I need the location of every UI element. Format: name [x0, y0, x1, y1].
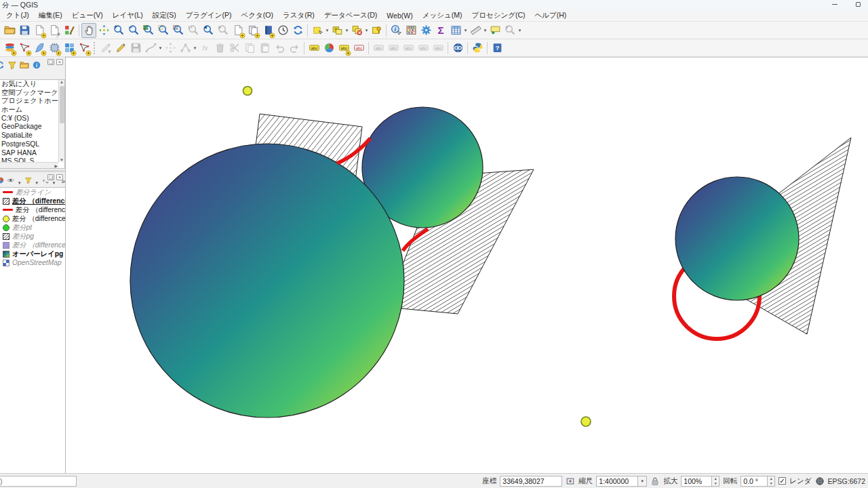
restore-button[interactable]: [854, 1, 863, 8]
zoom-in-icon[interactable]: +: [111, 23, 126, 38]
crs-status[interactable]: EPSG:6672: [828, 477, 865, 485]
browser-item-postgresql[interactable]: PostgreSQL: [0, 140, 64, 149]
filter-browser-icon[interactable]: [7, 60, 17, 70]
statistics-icon[interactable]: [403, 23, 418, 38]
menu-mesh[interactable]: メッシュ(M): [418, 10, 467, 21]
save-layer-edits-icon[interactable]: [128, 41, 143, 56]
select-features-icon[interactable]: [310, 23, 325, 38]
browser-close-icon[interactable]: ×: [56, 59, 63, 65]
layer-row[interactable]: OpenStreetMap: [0, 258, 65, 267]
rotation-input[interactable]: [741, 476, 768, 487]
nominatim-search-icon[interactable]: ●: [502, 23, 517, 38]
select-by-location-icon[interactable]: [369, 23, 384, 38]
layers-close-icon[interactable]: ×: [56, 174, 63, 180]
browser-item-project-home[interactable]: プロジェクトホーム: [0, 97, 64, 106]
layer-row[interactable]: オーバーレイpg: [0, 249, 65, 258]
layer-styling-icon[interactable]: [321, 41, 336, 56]
map-tips-icon[interactable]: [488, 23, 502, 38]
menu-project[interactable]: クト(J): [1, 10, 34, 21]
bookmark-manager-icon[interactable]: [260, 23, 275, 38]
new-print-layout-icon[interactable]: [32, 23, 47, 38]
delete-selected-icon[interactable]: [212, 41, 227, 56]
label-properties-icon[interactable]: [431, 41, 446, 56]
open-layer-styling-icon[interactable]: [0, 176, 4, 185]
menu-settings[interactable]: 設定(S): [148, 10, 181, 21]
rotation-spin-icons[interactable]: ▲▼: [768, 476, 775, 487]
deselect-dropdown[interactable]: ▼: [364, 23, 369, 38]
attribute-table-icon[interactable]: [448, 23, 463, 38]
browser-horizontal-scrollbar[interactable]: ▶: [0, 162, 58, 168]
toggle-editing-icon[interactable]: [113, 41, 128, 56]
data-source-manager-icon[interactable]: [2, 41, 17, 56]
refresh-icon[interactable]: [0, 60, 5, 70]
cut-features-icon[interactable]: [227, 41, 242, 56]
zoom-next-icon[interactable]: ▶: [216, 23, 231, 38]
rotation-spinbox[interactable]: ▲▼: [741, 476, 775, 487]
magnifier-spinbox[interactable]: ▲▼: [681, 476, 719, 487]
label-pin-icon[interactable]: [336, 41, 351, 56]
temporal-controller-icon[interactable]: [275, 23, 290, 38]
lock-scale-icon[interactable]: [650, 476, 660, 486]
vertex-dropdown[interactable]: ▼: [193, 41, 197, 56]
new-bookmark-icon[interactable]: [231, 23, 245, 38]
measure-dropdown[interactable]: ▼: [483, 23, 488, 38]
layer-row[interactable]: 差分pt: [0, 223, 65, 232]
add-favorite-icon[interactable]: [20, 60, 29, 70]
pan-map-icon[interactable]: [81, 23, 96, 38]
refresh-map-icon[interactable]: [290, 23, 305, 38]
undo-icon[interactable]: [272, 41, 287, 56]
browser-item-favorites[interactable]: お気に入り: [0, 80, 64, 89]
filter-legend-icon[interactable]: [24, 176, 32, 185]
zoom-out-icon[interactable]: −: [126, 23, 141, 38]
browser-item-geopackage[interactable]: GeoPackage: [0, 123, 64, 131]
new-memory-layer-icon[interactable]: [77, 41, 92, 56]
browser-item-sap-hana[interactable]: SAP HANA: [0, 149, 64, 158]
statistical-summary-icon[interactable]: Σ: [433, 23, 448, 38]
menu-edit[interactable]: 編集(E): [34, 10, 67, 21]
pan-to-selection-icon[interactable]: [96, 23, 111, 38]
measure-icon[interactable]: [468, 23, 483, 38]
render-checkbox[interactable]: ✓: [778, 477, 786, 485]
layout-manager-icon[interactable]: [47, 23, 62, 38]
select-features-dropdown[interactable]: ▼: [325, 23, 330, 38]
search-dropdown[interactable]: ▼: [517, 23, 522, 38]
menu-vector[interactable]: ベクタ(O): [237, 10, 278, 21]
metasearch-icon[interactable]: [450, 41, 465, 56]
paste-features-icon[interactable]: [257, 41, 272, 56]
select-by-form-dropdown[interactable]: ▼: [344, 23, 349, 38]
copy-features-icon[interactable]: [242, 41, 257, 56]
layer-row[interactable]: 差分 （difference）: [0, 241, 65, 249]
modify-attributes-icon[interactable]: [197, 41, 212, 56]
layer-row[interactable]: 差分 （difference: [0, 197, 65, 205]
digitize-dropdown[interactable]: ▼: [158, 41, 163, 56]
locator-search-input[interactable]: [0, 476, 77, 487]
layer-row[interactable]: 差分ライン: [0, 188, 65, 197]
menu-raster[interactable]: ラスタ(R): [278, 10, 319, 21]
help-contents-icon[interactable]: [490, 41, 505, 56]
zoom-last-icon[interactable]: ◀: [201, 23, 216, 38]
label-pin-unpin-icon[interactable]: [371, 41, 386, 56]
show-bookmarks-icon[interactable]: [245, 23, 260, 38]
new-shapefile-layer-icon[interactable]: [32, 41, 47, 56]
menu-web[interactable]: Web(W): [382, 11, 417, 20]
label-highlight-icon[interactable]: [351, 41, 366, 56]
current-edits-icon[interactable]: ▾: [98, 41, 113, 56]
menu-plugins[interactable]: プラグイン(P): [181, 10, 237, 21]
scale-input[interactable]: [596, 476, 638, 487]
menu-help[interactable]: ヘルプ(H): [530, 10, 571, 21]
redo-icon[interactable]: [287, 41, 302, 56]
python-console-icon[interactable]: [470, 41, 485, 56]
scale-combo[interactable]: ▼: [596, 476, 647, 487]
extents-icon[interactable]: [566, 476, 575, 486]
new-geopackage-layer-icon[interactable]: [47, 41, 62, 56]
label-move-icon[interactable]: [401, 41, 416, 56]
menu-processing[interactable]: プロセシング(C): [467, 10, 530, 21]
new-vector-layer-icon[interactable]: [17, 41, 32, 56]
zoom-to-layer-icon[interactable]: ▤: [171, 23, 186, 38]
browser-vertical-scrollbar[interactable]: ▲▼: [58, 80, 64, 162]
deselect-features-icon[interactable]: [349, 23, 364, 38]
identify-features-icon[interactable]: [389, 23, 403, 38]
scale-dropdown-icon[interactable]: ▼: [638, 476, 647, 487]
menu-view[interactable]: ビュー(V): [67, 10, 108, 21]
layer-labeling-icon[interactable]: [307, 41, 321, 56]
